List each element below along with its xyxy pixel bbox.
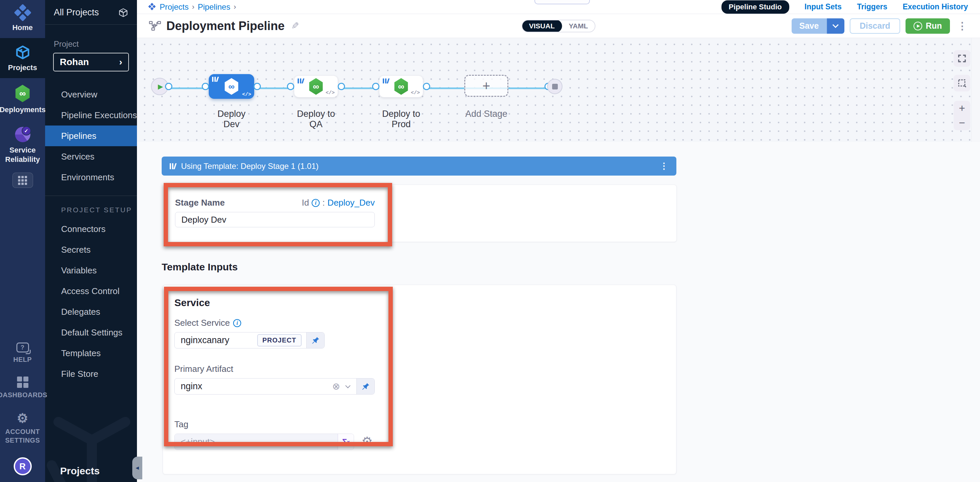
page-title: Deployment Pipeline <box>166 19 285 33</box>
edit-pencil-icon[interactable]: ✎ <box>291 21 299 32</box>
tag-input-group: Σx <box>174 434 354 450</box>
rail-item-service-reliability[interactable]: Service Reliability <box>0 120 45 170</box>
account-settings-button[interactable]: ⚙ ACCOUNT SETTINGS <box>5 412 40 445</box>
breadcrumb-projects[interactable]: Projects <box>160 2 189 12</box>
node-port <box>372 83 379 90</box>
toggle-yaml[interactable]: YAML <box>562 22 595 30</box>
stage-node-deploy-to-qa[interactable]: ∞ </> <box>294 75 338 97</box>
rail-item-home[interactable]: Home <box>0 0 45 38</box>
pipeline-canvas[interactable]: ▶ ∞ </> ∞ </> ∞ </> + Deploy Dev Deploy … <box>137 38 980 142</box>
sidebar-item-overview[interactable]: Overview <box>45 84 137 105</box>
sidebar-item-variables[interactable]: Variables <box>45 260 137 281</box>
service-pin-button[interactable] <box>306 333 325 348</box>
breadcrumb-bar: Projects › Pipelines › Pipeline Studio I… <box>137 0 980 14</box>
run-button[interactable]: ▶ Run <box>905 18 950 34</box>
sidebar-item-environments[interactable]: Environments <box>45 167 137 188</box>
stage-name-input[interactable] <box>175 212 375 227</box>
save-button[interactable]: Save <box>792 18 827 34</box>
primary-artifact-value: nginx <box>181 381 202 392</box>
selection-mode-button[interactable] <box>954 75 970 92</box>
expression-toggle-button[interactable]: Σx <box>338 434 354 450</box>
breadcrumb-pipelines[interactable]: Pipelines <box>198 2 230 12</box>
stage-label[interactable]: Deploy to Prod <box>379 109 423 130</box>
stage-node-deploy-dev[interactable]: ∞ </> <box>209 74 254 99</box>
sidebar-item-templates[interactable]: Templates <box>45 343 137 363</box>
scrollbar-gutter[interactable] <box>971 38 980 142</box>
tag-label: Tag <box>174 419 676 430</box>
stage-label[interactable]: Deploy to QA <box>294 109 338 130</box>
add-stage-label[interactable]: Add Stage <box>464 109 508 119</box>
artifact-pin-button[interactable] <box>356 379 374 394</box>
chevron-down-icon[interactable] <box>345 383 351 388</box>
select-service-label-row: Select Service i <box>174 318 676 328</box>
zoom-in-button[interactable]: + <box>959 103 965 114</box>
fullscreen-button[interactable] <box>954 50 970 67</box>
stage-label[interactable]: Deploy Dev <box>209 109 254 130</box>
tab-pipeline-studio[interactable]: Pipeline Studio <box>721 0 789 14</box>
marquee-select-icon <box>958 79 966 87</box>
sidebar-item-delegates[interactable]: Delegates <box>45 301 137 322</box>
sidebar-footer-title: Projects <box>60 465 100 477</box>
tab-triggers[interactable]: Triggers <box>857 2 888 11</box>
select-service-label: Select Service <box>174 318 230 328</box>
template-icon <box>383 78 389 84</box>
add-stage-node[interactable]: + <box>464 75 508 97</box>
info-icon[interactable]: i <box>233 319 241 327</box>
template-icon <box>170 163 176 169</box>
pin-icon <box>361 382 370 391</box>
zoom-out-button[interactable]: − <box>959 117 965 128</box>
node-port <box>287 83 294 90</box>
help-button[interactable]: ? HELP <box>13 342 32 364</box>
sidebar-collapse-handle[interactable]: ◄ <box>132 457 142 479</box>
rail-item-deployments[interactable]: ∞ Deployments <box>0 78 45 120</box>
sidebar-item-secrets[interactable]: Secrets <box>45 239 137 260</box>
header-kebab-menu-icon[interactable]: ⋮ <box>955 20 969 32</box>
save-dropdown-button[interactable] <box>827 18 845 34</box>
sidebar-item-pipelines[interactable]: Pipelines <box>45 125 137 146</box>
pipeline-header: Deployment Pipeline ✎ VISUAL YAML Save D… <box>137 14 980 38</box>
dashboards-button[interactable]: DASHBOARDS <box>0 377 48 399</box>
template-banner: Using Template: Deploy Stage 1 (1.01) ⋮ <box>162 157 676 176</box>
dashboards-icon <box>17 377 29 388</box>
fullscreen-icon <box>958 54 966 63</box>
sidebar-item-default-settings[interactable]: Default Settings <box>45 322 137 343</box>
stage-id-value[interactable]: Deploy_Dev <box>327 198 375 208</box>
stage-node-deploy-to-prod[interactable]: ∞ </> <box>379 75 423 97</box>
module-picker-button[interactable] <box>12 173 33 188</box>
toggle-visual[interactable]: VISUAL <box>522 20 562 32</box>
tab-input-sets[interactable]: Input Sets <box>805 2 842 11</box>
cd-stage-icon: ∞ <box>308 78 324 95</box>
cd-stage-icon: ∞ <box>393 78 409 95</box>
primary-artifact-input[interactable]: nginx ⊗ <box>175 379 356 394</box>
code-icon: </> <box>326 90 335 96</box>
sidebar-item-pipeline-executions[interactable]: Pipeline Executions <box>45 105 137 125</box>
help-label: HELP <box>13 355 32 364</box>
info-icon[interactable]: i <box>312 199 320 207</box>
sidebar-item-services[interactable]: Services <box>45 146 137 167</box>
stop-icon <box>552 84 558 89</box>
rail-item-label: Projects <box>8 63 37 72</box>
tag-input[interactable] <box>181 437 333 447</box>
avatar[interactable]: R <box>14 457 32 475</box>
discard-button[interactable]: Discard <box>850 18 900 34</box>
template-kebab-menu-icon[interactable]: ⋮ <box>660 161 668 171</box>
project-label: Project <box>45 25 137 53</box>
sidebar-item-file-store[interactable]: File Store <box>45 363 137 384</box>
tag-settings-gear-icon[interactable]: ⚙ <box>361 435 373 448</box>
project-selector[interactable]: Rohan › <box>53 53 129 71</box>
run-label: Run <box>926 21 942 31</box>
service-select-input[interactable]: nginxcanary PROJECT <box>175 333 306 348</box>
rail-item-projects[interactable]: Projects <box>0 38 45 78</box>
projects-cube-icon[interactable] <box>118 8 128 18</box>
stage-id-row: Id i : Deploy_Dev <box>302 198 375 208</box>
chevron-right-icon: › <box>234 3 236 11</box>
gear-icon: ⚙ <box>17 412 29 425</box>
sidebar-item-access-control[interactable]: Access Control <box>45 281 137 301</box>
sidebar-item-connectors[interactable]: Connectors <box>45 219 137 239</box>
clear-icon[interactable]: ⊗ <box>332 382 340 391</box>
service-heading: Service <box>174 297 676 308</box>
node-port <box>338 83 345 90</box>
tab-execution-history[interactable]: Execution History <box>902 2 968 11</box>
all-projects-link[interactable]: All Projects <box>54 7 99 18</box>
grid-icon <box>18 176 27 185</box>
